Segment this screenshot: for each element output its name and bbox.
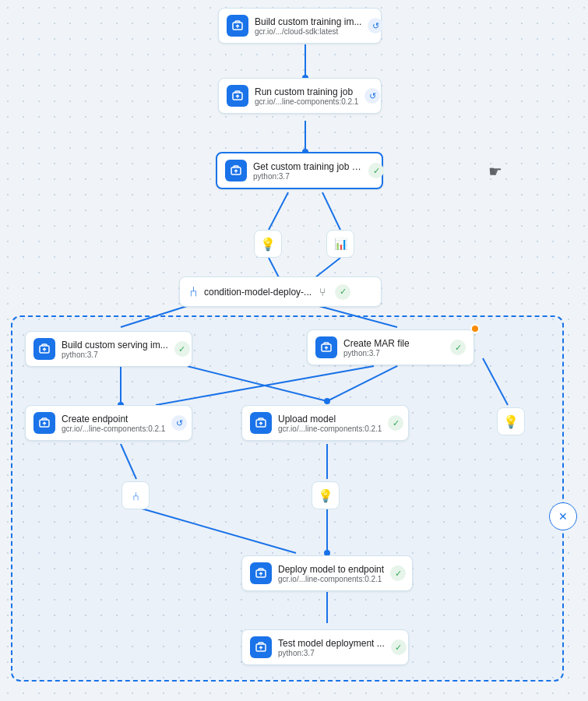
get-training-subtitle: python:3.7: [253, 172, 362, 181]
upload-model-title: Upload model: [278, 414, 382, 424]
upload-model-icon: [250, 412, 272, 434]
fork-icon-node[interactable]: ⑃: [121, 481, 150, 509]
create-mar-node[interactable]: Create MAR file python:3.7 ✓: [307, 329, 474, 365]
svg-line-3: [322, 192, 340, 230]
test-model-status: ✓: [391, 639, 407, 655]
create-endpoint-icon: [33, 412, 55, 434]
fork-icon: ⑃: [132, 489, 139, 502]
deploy-model-title: Deploy model to endpoint: [278, 564, 384, 575]
lightbulb-icon-1: 💡: [260, 237, 276, 252]
condition-node[interactable]: ⑃ condition-model-deploy-... ⑂ ✓: [179, 277, 382, 307]
deploy-model-icon: [250, 562, 272, 584]
create-mar-text: Create MAR file python:3.7: [343, 338, 444, 358]
build-serving-subtitle: python:3.7: [62, 350, 168, 359]
upload-model-status: ✓: [388, 415, 403, 431]
run-training-node[interactable]: Run custom training job gcr.io/...line-c…: [218, 78, 382, 114]
chart-icon-node[interactable]: 📊: [326, 230, 354, 258]
close-icon: ✕: [558, 510, 568, 523]
build-serving-icon: [33, 338, 55, 360]
hand-cursor-icon: ☛: [488, 162, 502, 181]
build-training-subtitle: gcr.io/.../cloud-sdk:latest: [255, 27, 361, 36]
run-training-subtitle: gcr.io/...line-components:0.2.1: [255, 97, 358, 106]
chart-icon: 📊: [334, 238, 347, 250]
deploy-model-subtitle: gcr.io/...line-components:0.2.1: [278, 575, 384, 583]
get-training-node[interactable]: Get custom training job d... python:3.7 …: [216, 152, 383, 189]
upload-model-node[interactable]: Upload model gcr.io/...line-components:0…: [241, 405, 409, 441]
create-endpoint-title: Create endpoint: [62, 414, 165, 424]
test-model-node[interactable]: Test model deployment ... python:3.7 ✓: [241, 629, 409, 665]
get-training-title: Get custom training job d...: [253, 161, 362, 172]
condition-fork-status: ⑂: [319, 286, 326, 298]
get-training-icon: [225, 160, 247, 181]
create-mar-title: Create MAR file: [343, 338, 444, 349]
run-training-status: ↺: [364, 88, 380, 104]
condition-fork-icon: ⑃: [189, 284, 198, 300]
create-mar-subtitle: python:3.7: [343, 349, 444, 358]
group-border: [11, 315, 564, 682]
run-training-icon: [227, 85, 248, 107]
condition-status: ✓: [335, 284, 350, 300]
create-endpoint-subtitle: gcr.io/...line-components:0.2.1: [62, 424, 165, 433]
create-mar-icon: [315, 336, 337, 358]
condition-title: condition-model-deploy-...: [204, 287, 313, 298]
get-training-status: ✓: [368, 163, 384, 178]
build-training-node[interactable]: Build custom training im... gcr.io/.../c…: [218, 8, 382, 44]
build-serving-title: Build custom serving im...: [62, 340, 168, 350]
lightbulb-icon-right: 💡: [503, 414, 519, 429]
build-serving-status: ✓: [174, 341, 190, 357]
lightbulb-icon-node-1[interactable]: 💡: [254, 230, 282, 258]
svg-line-2: [269, 192, 288, 230]
test-model-title: Test model deployment ...: [278, 638, 385, 649]
test-model-subtitle: python:3.7: [278, 649, 385, 657]
deploy-model-node[interactable]: Deploy model to endpoint gcr.io/...line-…: [241, 555, 413, 591]
run-training-text: Run custom training job gcr.io/...line-c…: [255, 86, 358, 106]
upload-model-text: Upload model gcr.io/...line-components:0…: [278, 414, 382, 433]
close-button[interactable]: ✕: [549, 502, 577, 530]
build-serving-node[interactable]: Build custom serving im... python:3.7 ✓: [25, 331, 192, 367]
build-training-title: Build custom training im...: [255, 16, 361, 27]
deploy-model-status: ✓: [390, 565, 406, 581]
run-training-title: Run custom training job: [255, 86, 358, 97]
lightbulb-icon-node-right[interactable]: 💡: [497, 407, 525, 435]
create-endpoint-status: ↺: [171, 415, 187, 431]
deploy-model-text: Deploy model to endpoint gcr.io/...line-…: [278, 564, 384, 583]
lightbulb-icon-2: 💡: [318, 488, 333, 503]
lightbulb-icon-node-2[interactable]: 💡: [312, 481, 340, 509]
test-model-icon: [250, 636, 272, 658]
create-mar-status: ✓: [450, 340, 466, 355]
orange-dot: [470, 324, 480, 333]
build-training-status: ↺: [368, 18, 383, 33]
get-training-text: Get custom training job d... python:3.7: [253, 161, 362, 181]
test-model-text: Test model deployment ... python:3.7: [278, 638, 385, 657]
build-training-icon: [227, 15, 248, 37]
build-training-text: Build custom training im... gcr.io/.../c…: [255, 16, 361, 36]
create-endpoint-text: Create endpoint gcr.io/...line-component…: [62, 414, 165, 433]
upload-model-subtitle: gcr.io/...line-components:0.2.1: [278, 424, 382, 433]
create-endpoint-node[interactable]: Create endpoint gcr.io/...line-component…: [25, 405, 192, 441]
build-serving-text: Build custom serving im... python:3.7: [62, 340, 168, 359]
